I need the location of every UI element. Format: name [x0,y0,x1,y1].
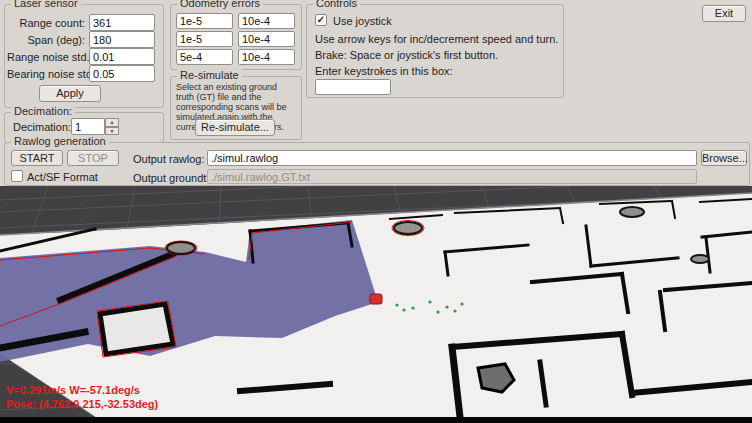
odometry-errors-group: Odometry errors [170,4,302,70]
odometry-y-bias-input[interactable] [176,31,233,47]
odometry-x-std-input[interactable] [238,13,295,29]
odometry-y-std-input[interactable] [238,31,295,47]
controls-hint-brake: Brake: Space or joystick's first button. [315,49,498,61]
range-count-input[interactable] [89,14,155,31]
range-noise-input[interactable] [89,48,155,65]
span-deg-label: Span (deg): [7,34,85,46]
exit-button[interactable]: Exit [702,5,746,22]
decimation-group-title: Decimation: [11,105,75,117]
range-noise-label: Range noise std. (m): [7,51,85,63]
hud-pose-readout: Pose: (4.762,0.215,-32.53deg) [6,398,158,410]
3d-viewport[interactable]: V=0.291m/s W=-57.1deg/s Pose: (4.762,0.2… [0,186,752,417]
output-groundtruth-input [207,169,697,184]
output-rawlog-input[interactable] [207,150,697,166]
decimation-spin-down-button[interactable]: ▼ [105,127,119,136]
range-count-label: Range count: [7,17,85,29]
use-joystick-label: Use joystick [333,15,392,27]
use-joystick-checkbox[interactable]: ✓ [315,14,327,26]
start-button[interactable]: START [11,150,63,166]
rawlog-generation-group: Rawlog generation START STOP Output rawl… [4,142,750,186]
odometry-phi-bias-input[interactable] [176,49,233,65]
keystroke-input[interactable] [315,79,391,95]
resimulate-button[interactable]: Re-simulate... [195,119,275,136]
controls-group: Controls ✓ Use joystick Use arrow keys f… [306,4,564,98]
controls-group-title: Controls [313,0,360,9]
controls-hint-arrows: Use arrow keys for inc/decrement speed a… [315,33,558,45]
controls-hint-keystrokes: Enter keystrokes in this box: [315,65,453,77]
resimulate-group: Re-simulate Select an existing ground tr… [170,76,302,140]
odometry-phi-std-input[interactable] [238,49,295,65]
decimation-label: Decimation: [13,121,71,133]
bearing-noise-label: Bearing noise std. (deg): [7,68,85,80]
bottom-black-bar [0,417,752,423]
decimation-spinner: ▲ ▼ [105,118,119,135]
actsf-format-checkbox[interactable] [11,170,23,182]
actsf-format-label: Act/SF Format [27,171,98,183]
hud-velocity-readout: V=0.291m/s W=-57.1deg/s [6,384,140,396]
browse-button[interactable]: Browse... [701,150,747,166]
laser-sensor-group-title: Laser sensor [11,0,81,9]
scene-canvas [0,186,752,417]
output-rawlog-label: Output rawlog: [133,153,205,165]
odometry-x-bias-input[interactable] [176,13,233,29]
decimation-spin-up-button[interactable]: ▲ [105,118,119,127]
apply-button[interactable]: Apply [39,85,101,102]
odometry-errors-group-title: Odometry errors [177,0,263,9]
rawlog-generation-group-title: Rawlog generation [11,135,109,147]
check-icon: ✓ [317,14,325,25]
bearing-noise-input[interactable] [89,65,155,82]
resimulate-group-title: Re-simulate [177,69,242,81]
stop-button[interactable]: STOP [67,150,119,166]
span-deg-input[interactable] [89,31,155,48]
decimation-input[interactable] [71,118,105,135]
laser-sensor-group: Laser sensor Range count: Span (deg): Ra… [4,4,164,108]
